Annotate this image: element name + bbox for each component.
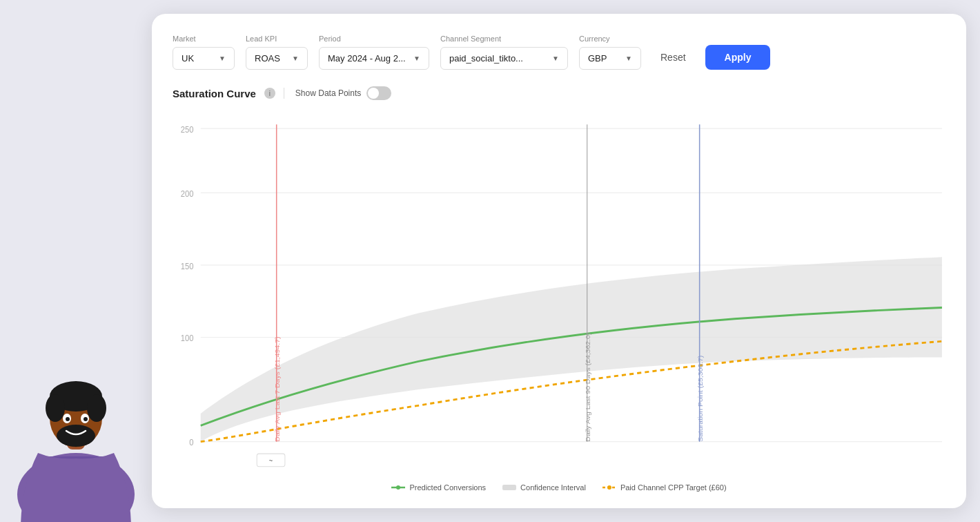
- y-axis-150: 150: [181, 261, 194, 271]
- legend-predicted-conversions: Predicted Conversions: [391, 483, 486, 492]
- svg-rect-24: [502, 485, 516, 490]
- chart-section: Saturation Curve i Show Data Points 250 …: [173, 86, 945, 494]
- divider: [284, 88, 284, 99]
- apply-button[interactable]: Apply: [705, 45, 771, 70]
- vertical-line-90days-label: Daily Avg Last 90 Days (£4,362.0): [584, 333, 591, 442]
- currency-label: Currency: [579, 35, 641, 43]
- lead-kpi-value: ROAS: [255, 53, 280, 64]
- svg-point-14: [84, 417, 88, 421]
- svg-point-26: [607, 485, 611, 490]
- period-label: Period: [319, 35, 429, 43]
- lead-kpi-label: Lead KPI: [246, 35, 308, 43]
- market-filter-group: Market UK ▼: [173, 35, 235, 70]
- info-icon[interactable]: i: [264, 88, 275, 99]
- y-axis-200: 200: [181, 188, 194, 199]
- show-data-points-toggle-container: Show Data Points: [293, 86, 391, 100]
- legend-green-line-icon: [391, 484, 405, 491]
- channel-segment-label: Channel Segment: [440, 35, 568, 43]
- reset-button[interactable]: Reset: [652, 46, 694, 68]
- svg-point-13: [66, 417, 70, 421]
- main-card: Market UK ▼ Lead KPI ROAS ▼ Period May 2…: [152, 14, 966, 508]
- chart-wrapper: 250 200 150 100 0 Da: [173, 108, 945, 478]
- legend-confidence-interval: Confidence Interval: [502, 483, 586, 492]
- chart-legend: Predicted Conversions Confidence Interva…: [173, 483, 945, 494]
- currency-value: GBP: [588, 53, 607, 64]
- channel-segment-filter-group: Channel Segment paid_social_tikto... ▼: [440, 35, 568, 70]
- market-value: UK: [182, 53, 194, 64]
- confidence-interval-area: [201, 257, 942, 442]
- y-axis-0: 0: [189, 438, 194, 448]
- period-select[interactable]: May 2024 - Aug 2... ▼: [319, 47, 429, 70]
- vertical-line-saturation-label: Saturation Point (£5,300.7): [696, 356, 703, 442]
- market-chevron-icon: ▼: [219, 55, 226, 62]
- show-data-points-toggle[interactable]: [366, 86, 391, 100]
- market-label: Market: [173, 35, 235, 43]
- legend-cpp-target-label: Paid Channel CPP Target (£60): [620, 483, 727, 492]
- currency-select[interactable]: GBP ▼: [579, 47, 641, 70]
- chart-title: Saturation Curve: [173, 88, 256, 99]
- period-chevron-icon: ▼: [413, 55, 420, 62]
- show-data-points-label: Show Data Points: [295, 88, 361, 98]
- chart-header: Saturation Curve i Show Data Points: [173, 86, 945, 100]
- filters-row: Market UK ▼ Lead KPI ROAS ▼ Period May 2…: [173, 35, 945, 70]
- market-select[interactable]: UK ▼: [173, 47, 235, 70]
- svg-point-10: [57, 425, 95, 447]
- channel-segment-select[interactable]: paid_social_tikto... ▼: [440, 47, 568, 70]
- y-axis-250: 250: [181, 124, 194, 135]
- period-value: May 2024 - Aug 2...: [328, 53, 406, 64]
- legend-cpp-target: Paid Channel CPP Target (£60): [602, 483, 727, 492]
- svg-point-8: [46, 394, 65, 422]
- svg-point-9: [87, 394, 106, 422]
- saturation-curve-chart: 250 200 150 100 0 Da: [173, 108, 945, 478]
- vertical-line-7days-label: Daily Avg Last 7 Days (£1,494.7): [273, 337, 280, 442]
- person-illustration: [0, 280, 152, 522]
- tooltip-value: ~: [269, 456, 273, 465]
- lead-kpi-filter-group: Lead KPI ROAS ▼: [246, 35, 308, 70]
- lead-kpi-select[interactable]: ROAS ▼: [246, 47, 308, 70]
- channel-segment-chevron-icon: ▼: [552, 55, 559, 62]
- y-axis-100: 100: [181, 334, 194, 344]
- legend-orange-dotted-icon: [602, 484, 616, 491]
- period-filter-group: Period May 2024 - Aug 2... ▼: [319, 35, 429, 70]
- legend-confidence-interval-label: Confidence Interval: [520, 483, 586, 492]
- legend-predicted-conversions-label: Predicted Conversions: [409, 483, 486, 492]
- legend-gray-area-icon: [502, 484, 516, 491]
- currency-filter-group: Currency GBP ▼: [579, 35, 641, 70]
- lead-kpi-chevron-icon: ▼: [292, 55, 299, 62]
- svg-point-23: [396, 485, 400, 490]
- currency-chevron-icon: ▼: [625, 55, 632, 62]
- channel-segment-value: paid_social_tikto...: [449, 53, 523, 64]
